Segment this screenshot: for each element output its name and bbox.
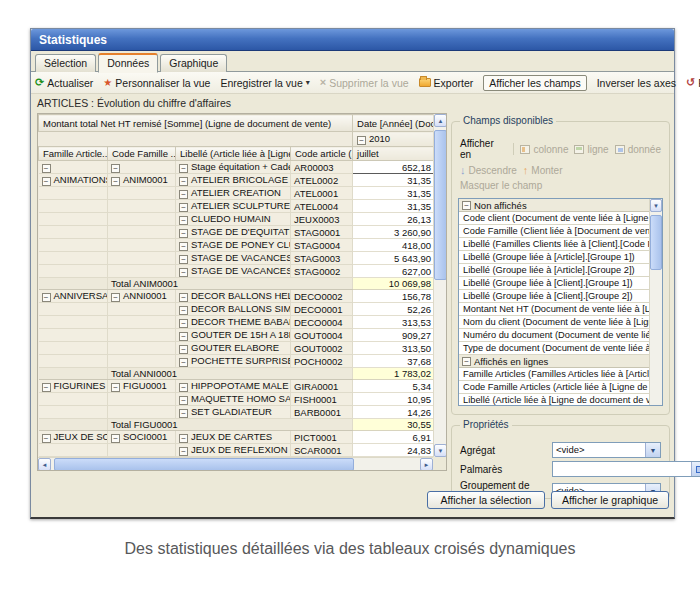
expand-icon[interactable]: − [42, 293, 51, 302]
total-row-value[interactable]: 30,55 [353, 419, 436, 431]
field-item[interactable]: Type de document (Document de vente liée… [459, 342, 649, 355]
expand-icon[interactable]: − [179, 216, 188, 225]
value-cell[interactable]: 5 643,90 [353, 252, 436, 265]
value-cell[interactable]: 627,00 [353, 265, 436, 278]
famille-cell[interactable] [39, 200, 108, 213]
field-group-header[interactable]: −Non affichés [459, 199, 649, 212]
total-famille-cell[interactable] [39, 419, 108, 431]
expand-icon[interactable]: − [179, 358, 188, 367]
field-group-header[interactable]: −Affichés en lignes [459, 355, 649, 368]
reinitialiser-vue-button[interactable]: ↺ Réinitialiser la vue [686, 77, 700, 89]
code-article-cell[interactable]: FISH0001 [291, 393, 353, 406]
famille-cell[interactable] [39, 252, 108, 265]
expand-icon[interactable]: − [179, 190, 188, 199]
code-article-cell[interactable]: STAG0003 [291, 252, 353, 265]
expand-icon[interactable]: − [179, 447, 188, 456]
value-cell[interactable]: 5,34 [353, 380, 436, 393]
value-cell[interactable]: 31,35 [353, 187, 436, 200]
libelle-cell[interactable]: −JEUX DE REFLEXION [176, 444, 291, 457]
field-item[interactable]: Code Famille Articles (Article liée à [L… [459, 381, 649, 394]
libelle-cell[interactable]: −DECOR BALLONS SIMPLES [176, 303, 291, 316]
code-famille-cell[interactable] [108, 265, 176, 278]
monter-button[interactable]: ↑ Monter [523, 164, 563, 176]
masquer-champ-button[interactable]: Masquer le champ [460, 180, 542, 191]
famille-cell[interactable]: −ANNIVERSAIRES [39, 290, 108, 303]
expand-icon[interactable]: − [111, 177, 120, 186]
expand-icon[interactable]: − [462, 201, 471, 210]
code-article-cell[interactable]: ATEL0002 [291, 174, 353, 187]
scroll-down-arrow-icon[interactable]: ▼ [650, 199, 662, 212]
scroll-up-arrow-icon[interactable]: ▲ [434, 114, 447, 127]
code-famille-cell[interactable] [108, 444, 176, 457]
col-header-code-famille[interactable]: Code Famille ...▲ [108, 147, 176, 161]
code-famille-cell[interactable] [108, 406, 176, 419]
expand-icon[interactable]: − [179, 332, 188, 341]
total-row-label[interactable]: Total ANNI0001 [108, 368, 353, 380]
expand-icon[interactable]: − [42, 164, 51, 173]
date-column-header[interactable]: Date [Année] (Documen [353, 115, 436, 132]
col-header-libelle[interactable]: Libellé (Article liée à [Ligne d...▲ [176, 147, 291, 161]
combo-arrow-icon[interactable]: ▼ [645, 443, 660, 457]
code-famille-cell[interactable] [108, 316, 176, 329]
libelle-cell[interactable]: −STAGE DE VACANCES 1 SEM... [176, 252, 291, 265]
expand-icon[interactable]: − [179, 229, 188, 238]
field-item[interactable]: Code client (Document de vente liée à [L… [459, 212, 649, 225]
expand-icon[interactable]: − [111, 293, 120, 302]
total-row-value[interactable]: 10 069,98 [353, 278, 436, 290]
total-row-value[interactable]: 1 783,02 [353, 368, 436, 380]
expand-icon[interactable]: − [42, 434, 51, 443]
libelle-cell[interactable]: −STAGE DE D'EQUITATION 1 ... [176, 226, 291, 239]
libelle-cell[interactable]: −HIPPOPOTAME MALE [176, 380, 291, 393]
value-cell[interactable]: 156,78 [353, 290, 436, 303]
code-famille-cell[interactable]: − [108, 161, 176, 174]
afficher-graphique-button[interactable]: Afficher le graphique [551, 491, 669, 509]
code-article-cell[interactable]: AR00003 [291, 161, 353, 174]
value-cell[interactable]: 10,95 [353, 393, 436, 406]
code-article-cell[interactable]: ATEL0004 [291, 200, 353, 213]
palmares-picker-button[interactable] [691, 462, 700, 476]
field-item[interactable]: Code Famille (Client liée à [Document de… [459, 225, 649, 238]
scroll-down-arrow-icon[interactable]: ▼ [434, 444, 447, 457]
field-list-scroll-thumb[interactable] [650, 215, 662, 270]
afficher-selection-button[interactable]: Afficher la sélection [427, 491, 545, 509]
agregat-combobox[interactable]: <vide> ▼ [552, 442, 661, 458]
libelle-cell[interactable]: −ATELIER BRICOLAGE [176, 174, 291, 187]
famille-cell[interactable] [39, 329, 108, 342]
expand-icon[interactable]: − [179, 164, 188, 173]
famille-cell[interactable] [39, 213, 108, 226]
libelle-cell[interactable]: −DECOR BALLONS HELIUM [176, 290, 291, 303]
descendre-button[interactable]: ↓ Descendre [460, 164, 517, 176]
col-header-code-article[interactable]: Code article (...▲ [291, 147, 353, 161]
code-famille-cell[interactable]: −ANIM0001 [108, 174, 176, 187]
famille-cell[interactable]: −FIGURINES ET... [39, 380, 108, 393]
famille-cell[interactable] [39, 187, 108, 200]
famille-cell[interactable] [39, 239, 108, 252]
palmares-input[interactable] [553, 462, 691, 476]
famille-cell[interactable] [39, 342, 108, 355]
code-famille-cell[interactable]: −SOCI0001 [108, 431, 176, 444]
expand-icon[interactable]: − [111, 383, 120, 392]
libelle-cell[interactable]: −GOUTER ELABORE [176, 342, 291, 355]
value-cell[interactable]: 26,13 [353, 213, 436, 226]
code-famille-cell[interactable] [108, 226, 176, 239]
field-item[interactable]: Famille Articles (Familles Articles liée… [459, 368, 649, 381]
famille-cell[interactable]: −ANIMATIONS [39, 174, 108, 187]
palmares-field[interactable] [552, 461, 700, 477]
vertical-scroll-thumb[interactable] [434, 130, 447, 280]
libelle-cell[interactable]: −SET GLADIATEUR [176, 406, 291, 419]
field-item[interactable]: Libellé (Groupe liée à [Article].[Groupe… [459, 264, 649, 277]
libelle-cell[interactable]: −GOUTER DE 15H A 18H [176, 329, 291, 342]
ligne-button[interactable]: ligne [574, 144, 608, 155]
code-article-cell[interactable]: STAG0002 [291, 265, 353, 278]
code-article-cell[interactable]: BARB0001 [291, 406, 353, 419]
libelle-cell[interactable]: −STAGE DE PONEY CLUB JOU... [176, 239, 291, 252]
code-article-cell[interactable]: DECO0004 [291, 316, 353, 329]
code-famille-cell[interactable] [108, 342, 176, 355]
code-article-cell[interactable]: GIRA0001 [291, 380, 353, 393]
value-cell[interactable]: 3 260,90 [353, 226, 436, 239]
value-cell[interactable]: 652,18 [353, 161, 436, 174]
value-cell[interactable]: 313,53 [353, 316, 436, 329]
value-cell[interactable]: 313,50 [353, 342, 436, 355]
value-cell[interactable]: 31,35 [353, 200, 436, 213]
field-item[interactable]: Montant Net HT (Document de vente liée à… [459, 303, 649, 316]
